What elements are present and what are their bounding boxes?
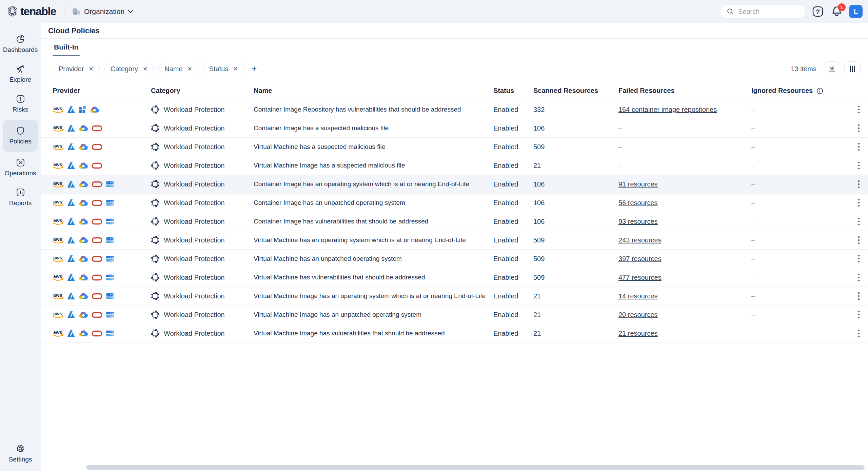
column-header-status[interactable]: Status [493,87,533,95]
remove-filter-icon[interactable]: ✕ [188,66,192,72]
column-header-scanned[interactable]: Scanned Resources [533,87,618,95]
failed-resources-link[interactable]: 21 resources [618,330,658,337]
failed-resources-link[interactable]: 397 resources [618,255,662,262]
failed-resources-link[interactable]: 93 resources [618,218,658,225]
policy-name: Container Image has an unpatched operati… [254,199,493,207]
status-cell: Enabled [493,162,533,170]
notifications-button[interactable]: 1 [830,5,844,18]
row-actions-menu-button[interactable] [853,234,865,246]
category-label: Workload Protection [164,218,225,225]
failed-resources-link[interactable]: 14 resources [618,292,658,300]
remove-filter-icon[interactable]: ✕ [88,66,93,72]
policy-name: Virtual Machine has a suspected maliciou… [254,143,493,151]
status-cell: Enabled [493,236,533,244]
row-actions-menu-button[interactable] [853,309,865,320]
search-input[interactable] [738,8,796,16]
sidebar-item-dashboards[interactable]: Dashboards [3,30,38,58]
table-header: Provider Category Name Status Scanned Re… [41,81,868,100]
remove-filter-icon[interactable]: ✕ [233,66,238,72]
failed-resources-link[interactable]: 20 resources [618,311,658,318]
column-header-provider[interactable]: Provider [53,87,151,95]
filter-chip-category[interactable]: Category ✕ [104,63,154,75]
filter-chip-status[interactable]: Status ✕ [203,63,244,75]
policy-name: Virtual Machine Image has a suspected ma… [254,162,493,169]
ignored-resources-cell: – [751,274,849,281]
scanned-resources-cell: 106 [533,124,618,132]
failed-resources-link[interactable]: 477 resources [618,274,662,281]
question-mark-icon: ? [812,5,824,18]
filter-chip-name[interactable]: Name ✕ [158,63,198,75]
table-row[interactable]: awsWorkload ProtectionContainer Image Re… [41,100,868,119]
table-row[interactable]: awsWorkload ProtectionVirtual Machine Im… [41,287,868,306]
column-header-failed[interactable]: Failed Resources [618,87,751,95]
column-header-ignored[interactable]: Ignored Resources [751,87,849,95]
aws-icon: aws [53,106,64,114]
sidebar-item-operations[interactable]: Operations [3,154,38,181]
organization-switcher[interactable]: Organization [73,7,133,16]
table-row[interactable]: awsWorkload ProtectionVirtual Machine Im… [41,156,868,175]
row-actions-menu-button[interactable] [853,160,865,171]
aws-icon: aws [53,274,64,281]
failed-resources-link[interactable]: 164 container image repositories [618,106,717,113]
row-actions-menu-button[interactable] [853,290,865,302]
google-cloud-icon [78,311,88,319]
brand-name: tenable [20,5,56,18]
tab-built-in[interactable]: Built-In [53,43,80,56]
remove-filter-icon[interactable]: ✕ [143,66,147,72]
row-actions-menu-button[interactable] [853,328,865,339]
policy-name: Container Image Repository has vulnerabi… [254,106,493,113]
columns-button[interactable] [844,61,861,76]
sidebar-item-explore[interactable]: Explore [3,60,38,88]
table-row[interactable]: awsWorkload ProtectionContainer Image ha… [41,212,868,231]
failed-resources-link[interactable]: 56 resources [618,199,658,207]
sidebar-item-settings[interactable]: Settings [3,439,38,468]
row-actions-menu-button[interactable] [853,178,865,190]
status-cell: Enabled [493,330,533,337]
row-actions-menu-button[interactable] [853,253,865,264]
svg-text:aws: aws [53,180,62,186]
category-label: Workload Protection [164,162,225,170]
alert-square-icon [16,94,25,103]
pie-chart-icon [16,35,25,44]
sidebar-item-reports[interactable]: Reports [3,183,38,211]
filter-chip-provider[interactable]: Provider ✕ [53,63,100,75]
row-actions-menu-button[interactable] [853,216,865,227]
help-button[interactable]: ? [811,5,825,18]
row-actions-menu-button[interactable] [853,122,865,134]
column-header-category[interactable]: Category [151,87,254,95]
columns-icon [848,65,856,73]
sidebar-item-policies[interactable]: Policies [3,120,38,152]
row-actions-menu-button[interactable] [853,197,865,209]
filter-toolbar: Provider ✕ Category ✕ Name ✕ Status ✕ + … [41,56,868,81]
policy-name: Virtual Machine Image has vulnerabilitie… [254,330,493,337]
category-cell: Workload Protection [151,310,254,319]
sidebar-item-risks[interactable]: Risks [3,90,38,118]
table-row[interactable]: awsWorkload ProtectionVirtual Machine Im… [41,324,868,343]
user-avatar[interactable]: L [849,5,863,18]
row-actions-menu-button[interactable] [853,272,865,283]
table-row[interactable]: awsWorkload ProtectionContainer Image ha… [41,194,868,212]
table-row[interactable]: awsWorkload ProtectionVirtual Machine ha… [41,231,868,250]
row-actions-menu-button[interactable] [853,104,865,115]
table-row[interactable]: awsWorkload ProtectionContainer Image ha… [41,175,868,194]
svg-text:aws: aws [53,311,62,316]
table-row[interactable]: awsWorkload ProtectionVirtual Machine ha… [41,250,868,268]
failed-resources-link[interactable]: 91 resources [618,180,658,188]
export-button[interactable] [824,61,840,76]
failed-resources-cell: 14 resources [618,292,751,300]
column-header-name[interactable]: Name [254,87,493,95]
policy-name: Container Image has a suspected maliciou… [254,124,493,132]
failed-resources-link[interactable]: 243 resources [618,236,662,244]
row-actions-menu-button[interactable] [853,141,865,153]
provider-icons: aws [53,273,151,281]
add-filter-button[interactable]: + [252,64,257,74]
aws-icon: aws [53,330,64,337]
horizontal-scrollbar[interactable] [86,465,865,470]
table-row[interactable]: awsWorkload ProtectionVirtual Machine ha… [41,138,868,156]
page-header: Cloud Policies [41,23,868,39]
table-row[interactable]: awsWorkload ProtectionVirtual Machine Im… [41,306,868,324]
table-row[interactable]: awsWorkload ProtectionContainer Image ha… [41,119,868,138]
category-cell: Workload Protection [151,161,254,170]
table-row[interactable]: awsWorkload ProtectionVirtual Machine ha… [41,268,868,287]
failed-resources-cell: 397 resources [618,255,751,263]
